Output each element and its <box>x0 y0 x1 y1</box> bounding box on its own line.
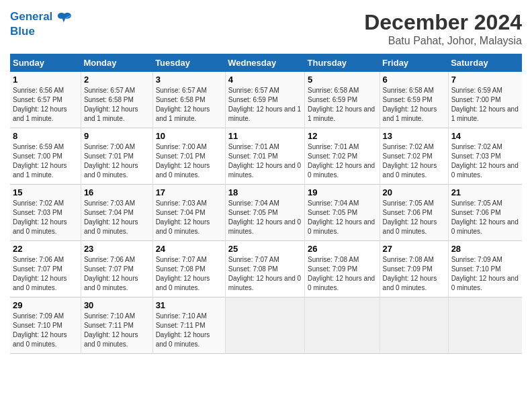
calendar-week-row: 8Sunrise: 6:59 AMSunset: 7:00 PMDaylight… <box>10 128 522 185</box>
day-number: 24 <box>156 244 222 254</box>
table-row: 8Sunrise: 6:59 AMSunset: 7:00 PMDaylight… <box>10 128 81 185</box>
day-number: 30 <box>84 300 150 310</box>
table-row: 21Sunrise: 7:05 AMSunset: 7:06 PMDayligh… <box>448 185 522 241</box>
day-number: 18 <box>228 187 302 197</box>
header-tuesday: Tuesday <box>152 54 225 72</box>
calendar-table: Sunday Monday Tuesday Wednesday Thursday… <box>10 54 522 354</box>
day-number: 15 <box>13 187 78 197</box>
table-row: 18Sunrise: 7:04 AMSunset: 7:05 PMDayligh… <box>225 185 304 241</box>
day-info: Sunrise: 7:02 AMSunset: 7:02 PMDaylight:… <box>383 142 445 180</box>
table-row: 17Sunrise: 7:03 AMSunset: 7:04 PMDayligh… <box>152 185 225 241</box>
day-number: 27 <box>383 244 445 254</box>
day-number: 14 <box>451 131 519 141</box>
table-row: 27Sunrise: 7:08 AMSunset: 7:09 PMDayligh… <box>380 241 448 298</box>
table-row: 19Sunrise: 7:04 AMSunset: 7:05 PMDayligh… <box>305 185 380 241</box>
day-number: 10 <box>156 131 222 141</box>
header-saturday: Saturday <box>448 54 522 72</box>
calendar-week-row: 1Sunrise: 6:56 AMSunset: 6:57 PMDaylight… <box>10 72 522 128</box>
day-number: 13 <box>383 131 445 141</box>
table-row: 22Sunrise: 7:06 AMSunset: 7:07 PMDayligh… <box>10 241 81 298</box>
day-info: Sunrise: 7:02 AMSunset: 7:03 PMDaylight:… <box>13 199 78 236</box>
page-header: General Blue December 2024 Batu Pahat, J… <box>10 10 522 47</box>
table-row: 31Sunrise: 7:10 AMSunset: 7:11 PMDayligh… <box>152 298 225 354</box>
table-row: 30Sunrise: 7:10 AMSunset: 7:11 PMDayligh… <box>81 298 152 354</box>
day-info: Sunrise: 7:05 AMSunset: 7:06 PMDaylight:… <box>451 199 519 236</box>
day-info: Sunrise: 6:57 AMSunset: 6:59 PMDaylight:… <box>228 86 302 124</box>
day-number: 26 <box>308 244 377 254</box>
day-info: Sunrise: 6:57 AMSunset: 6:58 PMDaylight:… <box>84 86 150 124</box>
table-row: 2Sunrise: 6:57 AMSunset: 6:58 PMDaylight… <box>81 72 152 128</box>
table-row: 1Sunrise: 6:56 AMSunset: 6:57 PMDaylight… <box>10 72 81 128</box>
table-row: 6Sunrise: 6:58 AMSunset: 6:59 PMDaylight… <box>380 72 448 128</box>
calendar-week-row: 15Sunrise: 7:02 AMSunset: 7:03 PMDayligh… <box>10 185 522 241</box>
logo-text-line1: General <box>10 10 52 23</box>
day-number: 11 <box>228 131 302 141</box>
month-title: December 2024 <box>364 10 522 35</box>
table-row: 15Sunrise: 7:02 AMSunset: 7:03 PMDayligh… <box>10 185 81 241</box>
day-number: 2 <box>84 75 150 85</box>
day-number: 7 <box>451 75 519 85</box>
calendar-week-row: 22Sunrise: 7:06 AMSunset: 7:07 PMDayligh… <box>10 241 522 298</box>
table-row <box>225 298 304 354</box>
table-row: 16Sunrise: 7:03 AMSunset: 7:04 PMDayligh… <box>81 185 152 241</box>
day-info: Sunrise: 7:07 AMSunset: 7:08 PMDaylight:… <box>228 255 302 293</box>
table-row <box>380 298 448 354</box>
table-row: 25Sunrise: 7:07 AMSunset: 7:08 PMDayligh… <box>225 241 304 298</box>
day-number: 20 <box>383 187 445 197</box>
table-row <box>448 298 522 354</box>
day-number: 8 <box>13 131 78 141</box>
header-sunday: Sunday <box>10 54 81 72</box>
day-info: Sunrise: 7:02 AMSunset: 7:03 PMDaylight:… <box>451 142 519 180</box>
day-number: 1 <box>13 75 78 85</box>
day-number: 25 <box>228 244 302 254</box>
table-row: 3Sunrise: 6:57 AMSunset: 6:58 PMDaylight… <box>152 72 225 128</box>
header-thursday: Thursday <box>305 54 380 72</box>
day-info: Sunrise: 7:09 AMSunset: 7:10 PMDaylight:… <box>13 312 78 349</box>
table-row: 23Sunrise: 7:06 AMSunset: 7:07 PMDayligh… <box>81 241 152 298</box>
table-row: 13Sunrise: 7:02 AMSunset: 7:02 PMDayligh… <box>380 128 448 185</box>
calendar-header-row: Sunday Monday Tuesday Wednesday Thursday… <box>10 54 522 72</box>
table-row: 11Sunrise: 7:01 AMSunset: 7:01 PMDayligh… <box>225 128 304 185</box>
day-info: Sunrise: 7:07 AMSunset: 7:08 PMDaylight:… <box>156 255 222 293</box>
table-row: 24Sunrise: 7:07 AMSunset: 7:08 PMDayligh… <box>152 241 225 298</box>
table-row: 20Sunrise: 7:05 AMSunset: 7:06 PMDayligh… <box>380 185 448 241</box>
day-info: Sunrise: 6:59 AMSunset: 7:00 PMDaylight:… <box>451 86 519 124</box>
location: Batu Pahat, Johor, Malaysia <box>364 35 522 47</box>
day-info: Sunrise: 6:56 AMSunset: 6:57 PMDaylight:… <box>13 86 78 124</box>
day-info: Sunrise: 7:00 AMSunset: 7:01 PMDaylight:… <box>84 142 150 180</box>
calendar-week-row: 29Sunrise: 7:09 AMSunset: 7:10 PMDayligh… <box>10 298 522 354</box>
day-number: 31 <box>156 300 222 310</box>
day-info: Sunrise: 6:59 AMSunset: 7:00 PMDaylight:… <box>13 142 78 180</box>
day-number: 5 <box>308 75 377 85</box>
table-row: 7Sunrise: 6:59 AMSunset: 7:00 PMDaylight… <box>448 72 522 128</box>
day-number: 4 <box>228 75 302 85</box>
title-section: December 2024 Batu Pahat, Johor, Malaysi… <box>364 10 522 47</box>
day-number: 6 <box>383 75 445 85</box>
day-number: 3 <box>156 75 222 85</box>
day-info: Sunrise: 6:57 AMSunset: 6:58 PMDaylight:… <box>156 86 222 124</box>
day-number: 19 <box>308 187 377 197</box>
day-info: Sunrise: 6:58 AMSunset: 6:59 PMDaylight:… <box>383 86 445 124</box>
day-info: Sunrise: 7:06 AMSunset: 7:07 PMDaylight:… <box>13 255 78 293</box>
day-number: 28 <box>451 244 519 254</box>
table-row: 12Sunrise: 7:01 AMSunset: 7:02 PMDayligh… <box>305 128 380 185</box>
table-row: 5Sunrise: 6:58 AMSunset: 6:59 PMDaylight… <box>305 72 380 128</box>
logo-bird-icon <box>57 10 72 25</box>
table-row: 28Sunrise: 7:09 AMSunset: 7:10 PMDayligh… <box>448 241 522 298</box>
day-number: 17 <box>156 187 222 197</box>
day-info: Sunrise: 7:05 AMSunset: 7:06 PMDaylight:… <box>383 199 445 236</box>
day-info: Sunrise: 7:06 AMSunset: 7:07 PMDaylight:… <box>84 255 150 293</box>
table-row: 9Sunrise: 7:00 AMSunset: 7:01 PMDaylight… <box>81 128 152 185</box>
day-info: Sunrise: 7:10 AMSunset: 7:11 PMDaylight:… <box>156 312 222 349</box>
day-info: Sunrise: 7:08 AMSunset: 7:09 PMDaylight:… <box>308 255 377 293</box>
day-info: Sunrise: 7:08 AMSunset: 7:09 PMDaylight:… <box>383 255 445 293</box>
table-row: 14Sunrise: 7:02 AMSunset: 7:03 PMDayligh… <box>448 128 522 185</box>
day-number: 21 <box>451 187 519 197</box>
day-info: Sunrise: 6:58 AMSunset: 6:59 PMDaylight:… <box>308 86 377 124</box>
day-number: 22 <box>13 244 78 254</box>
header-friday: Friday <box>380 54 448 72</box>
header-monday: Monday <box>81 54 152 72</box>
day-number: 12 <box>308 131 377 141</box>
table-row: 29Sunrise: 7:09 AMSunset: 7:10 PMDayligh… <box>10 298 81 354</box>
table-row: 26Sunrise: 7:08 AMSunset: 7:09 PMDayligh… <box>305 241 380 298</box>
